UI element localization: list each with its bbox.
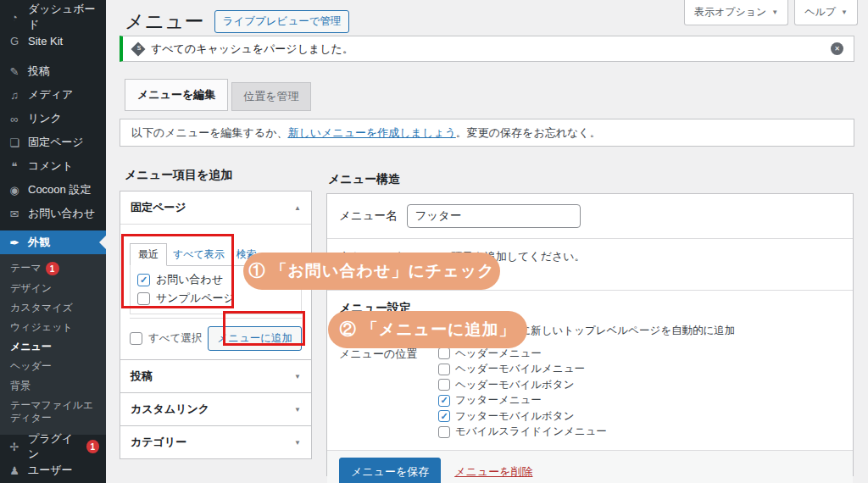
cocoon-icon: ◉ — [7, 184, 22, 197]
plugin-icon: ✢ — [7, 441, 22, 453]
submenu-item-design[interactable]: デザイン — [0, 279, 106, 298]
accordion-custom-links[interactable]: カスタムリンク ▼ — [120, 392, 311, 425]
page-header: メニュー ライブプレビューで管理 — [125, 8, 349, 35]
accordion-categories[interactable]: カテゴリー ▼ — [120, 425, 311, 458]
accordion-posts[interactable]: 投稿 ▼ — [120, 359, 311, 392]
chevron-down-icon[interactable]: ▼ — [294, 406, 301, 414]
highlight-box-checklist — [121, 234, 234, 308]
location-header-mobile-menu[interactable]: ヘッダーモバイルメニュー — [438, 362, 607, 378]
accordion-label: 固定ページ — [131, 200, 186, 215]
help-label: ヘルプ — [804, 5, 836, 19]
chevron-up-icon[interactable]: ▲ — [294, 204, 301, 212]
pushpin-icon: ✎ — [7, 65, 22, 78]
sidebar-item-dashboard[interactable]: ◔ ダッシュボード — [0, 5, 106, 29]
accordion-label: カスタムリンク — [131, 402, 209, 417]
submenu-item-background[interactable]: 背景 — [0, 376, 106, 396]
page-title: メニュー — [125, 8, 204, 35]
info-text-suffix: 。変更の保存をお忘れなく。 — [456, 125, 601, 141]
location-label: ヘッダーメニュー — [455, 347, 542, 361]
admin-sidebar: ◔ ダッシュボード G Site Kit ✎ 投稿 ♫ メディア ∞ リンク ❏… — [0, 0, 106, 483]
checkbox-header-mobile-button[interactable] — [438, 379, 450, 391]
media-icon: ♫ — [7, 89, 22, 102]
sidebar-item-label: メディア — [28, 87, 73, 103]
sidebar-item-sitekit[interactable]: G Site Kit — [0, 29, 106, 53]
sidebar-item-users[interactable]: ♟ ユーザー — [0, 458, 106, 482]
dashboard-icon: ◔ — [7, 11, 22, 24]
sidebar-item-label: お問い合わせ — [28, 206, 95, 221]
submenu-item-theme-file-editor[interactable]: テーマファイルエディター — [0, 396, 106, 428]
screen-options-button[interactable]: 表示オプション ▼ — [684, 0, 788, 25]
menu-locations-label: メニューの位置 — [339, 346, 438, 440]
chevron-down-icon[interactable]: ▼ — [294, 439, 301, 447]
sidebar-item-label: 投稿 — [28, 64, 50, 79]
caret-down-icon: ▼ — [841, 8, 848, 16]
select-all-control[interactable]: すべて選択 — [130, 331, 202, 346]
chevron-down-icon[interactable]: ▼ — [294, 373, 301, 380]
location-header-mobile-button[interactable]: ヘッダーモバイルボタン — [438, 377, 607, 393]
menu-actions-footer: メニューを保存 メニューを削除 — [327, 450, 853, 483]
user-icon: ♟ — [7, 464, 22, 477]
location-label: フッターメニュー — [455, 393, 542, 408]
screen-meta: 表示オプション ▼ ヘルプ ▼ — [684, 0, 858, 25]
submenu-item-themes[interactable]: テーマ1 — [0, 258, 106, 279]
sidebar-item-posts[interactable]: ✎ 投稿 — [0, 59, 106, 83]
accordion-label: 投稿 — [131, 369, 153, 384]
dismiss-notice-icon[interactable]: ✕ — [831, 42, 843, 55]
sidebar-item-links[interactable]: ∞ リンク — [0, 107, 106, 130]
checkbox-header-mobile-menu[interactable] — [438, 364, 450, 375]
mail-icon: ✉ — [7, 208, 22, 220]
sidebar-item-pages[interactable]: ❏ 固定ページ — [0, 130, 106, 154]
menu-locations-list: ヘッダーメニュー ヘッダーモバイルメニュー ヘッダーモバイルボタン フッターメニ… — [438, 346, 607, 440]
sidebar-item-plugins[interactable]: ✢ プラグイン 1 — [0, 435, 106, 458]
submenu-item-label: テーマ — [10, 262, 42, 274]
sidebar-item-label: ユーザー — [28, 463, 73, 478]
checkbox-header-menu[interactable] — [438, 347, 450, 359]
sidebar-item-media[interactable]: ♫ メディア — [0, 83, 106, 107]
accordion-pages[interactable]: 固定ページ ▲ — [120, 192, 311, 225]
caret-down-icon: ▼ — [771, 8, 778, 16]
location-footer-mobile-button[interactable]: フッターモバイルボタン — [438, 408, 607, 425]
sidebar-item-label: コメント — [28, 158, 73, 174]
help-button[interactable]: ヘルプ ▼ — [794, 0, 858, 25]
tab-manage-locations[interactable]: 位置を管理 — [231, 82, 310, 111]
update-count-badge: 1 — [86, 440, 99, 453]
sidebar-item-label: Site Kit — [28, 35, 63, 47]
select-all-label: すべて選択 — [148, 331, 202, 346]
menu-name-input[interactable] — [407, 204, 581, 228]
save-menu-button[interactable]: メニューを保存 — [339, 458, 441, 483]
create-new-menu-link[interactable]: 新しいメニューを作成しましょう — [287, 125, 455, 141]
appearance-brush-icon: ✒ — [7, 236, 22, 249]
sidebar-item-cocoon-settings[interactable]: ◉ Cocoon 設定 — [0, 178, 106, 202]
comment-icon: ❝ — [7, 160, 22, 173]
menu-locations-row: メニューの位置 ヘッダーメニュー ヘッダーモバイルメニュー ヘッダーモバイルボタ… — [339, 346, 841, 440]
annotation-callout-step2: ② 「メニューに追加」 — [328, 311, 527, 348]
sidebar-item-label: ダッシュボード — [28, 2, 99, 32]
current-item-arrow — [92, 236, 106, 249]
add-menu-items-heading: メニュー項目を追加 — [125, 168, 232, 183]
checkbox-select-all[interactable] — [130, 332, 142, 345]
sidebar-item-comments[interactable]: ❝ コメント — [0, 154, 106, 178]
tab-edit-menus[interactable]: メニューを編集 — [125, 79, 228, 111]
location-label: ヘッダーモバイルボタン — [455, 378, 574, 392]
submenu-item-widgets[interactable]: ウィジェット — [0, 318, 106, 337]
submenu-item-menus[interactable]: メニュー — [0, 337, 106, 357]
manage-with-live-preview-button[interactable]: ライブプレビューで管理 — [214, 10, 350, 33]
checkbox-footer-menu[interactable] — [438, 395, 450, 407]
sidebar-item-label: Cocoon 設定 — [28, 182, 91, 197]
checkbox-footer-mobile-button[interactable] — [438, 410, 450, 422]
cache-plugin-diamond-icon — [131, 42, 146, 56]
location-label: ヘッダーモバイルメニュー — [455, 362, 585, 376]
sidebar-item-contact[interactable]: ✉ お問い合わせ — [0, 202, 106, 225]
highlight-box-add-button — [223, 311, 305, 346]
screen-options-label: 表示オプション — [694, 5, 766, 19]
submenu-item-customize[interactable]: カスタマイズ — [0, 298, 106, 318]
delete-menu-link[interactable]: メニューを削除 — [454, 464, 532, 480]
submenu-item-header[interactable]: ヘッダー — [0, 357, 106, 376]
sidebar-item-appearance[interactable]: ✒ 外観 — [0, 230, 106, 254]
checkbox-mobile-slidein-menu[interactable] — [438, 426, 450, 438]
location-mobile-slidein-menu[interactable]: モバイルスライドインメニュー — [438, 425, 607, 441]
nav-tabs: メニューを編集 位置を管理 — [125, 79, 314, 111]
location-footer-menu[interactable]: フッターメニュー — [438, 393, 607, 409]
sidebar-item-label: リンク — [28, 111, 62, 126]
location-label: モバイルスライドインメニュー — [455, 425, 607, 439]
